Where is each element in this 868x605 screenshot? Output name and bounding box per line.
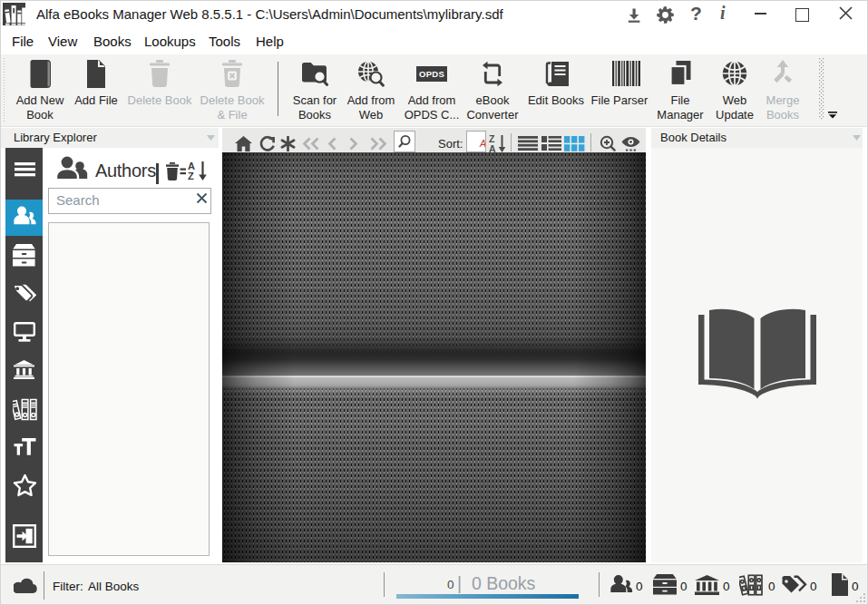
svg-text:A: A (188, 161, 195, 171)
svg-text:Z: Z (188, 171, 194, 181)
